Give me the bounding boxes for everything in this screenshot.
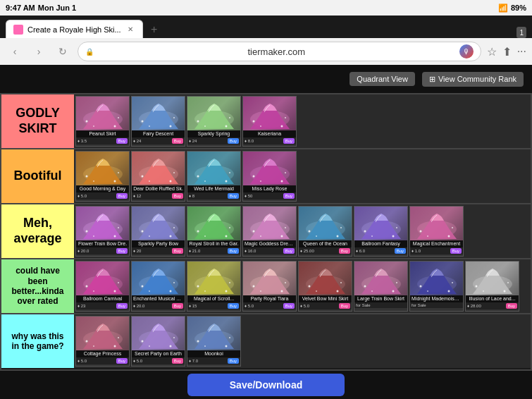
item-name-label: Large Train Bow Skirt bbox=[354, 295, 407, 302]
item-card[interactable]: Magical of Scroll...♦ 15Buy bbox=[187, 261, 241, 312]
community-rank-button[interactable]: ⊞ View Community Rank bbox=[422, 72, 524, 87]
svg-point-92 bbox=[86, 286, 88, 288]
svg-point-147 bbox=[173, 337, 175, 338]
item-card[interactable]: Miss Lady Rose♦ 50Buy bbox=[242, 151, 297, 202]
item-card[interactable]: Moonkoi♦ 7.0Buy bbox=[187, 316, 241, 367]
address-bar[interactable]: 🔒 tiermaker.com 🎙 bbox=[78, 42, 481, 61]
buy-button[interactable]: Buy bbox=[172, 248, 183, 254]
buy-button[interactable]: Buy bbox=[283, 193, 295, 199]
svg-point-106 bbox=[204, 290, 206, 292]
more-icon[interactable]: ··· bbox=[517, 45, 526, 58]
buy-button[interactable]: Buy bbox=[116, 303, 128, 309]
item-card[interactable]: Queen of the Ocean♦ 25.00Buy bbox=[298, 206, 352, 257]
item-card[interactable]: Kaiseriana♦ 8.0Buy bbox=[242, 96, 297, 147]
buy-button[interactable]: Buy bbox=[283, 303, 295, 309]
item-card[interactable]: Ballroom Carnival♦ 23Buy bbox=[75, 261, 130, 312]
svg-point-113 bbox=[281, 290, 283, 293]
buy-button[interactable]: Buy bbox=[172, 193, 183, 199]
item-card[interactable]: Wed Life Mermaid♦ 8Buy bbox=[187, 151, 241, 202]
item-footer: ♦ 5.0Buy bbox=[76, 192, 129, 200]
item-card[interactable]: Sparkly Party Bow♦ 20Buy bbox=[131, 206, 185, 257]
svg-point-148 bbox=[149, 345, 150, 347]
browser-tab[interactable]: Create a Royale High Ski... ✕ bbox=[6, 20, 143, 38]
tier-label-bootiful: Bootiful bbox=[1, 149, 74, 203]
svg-point-35 bbox=[170, 180, 172, 183]
tier-items-could: Ballroom Carnival♦ 23Buy Enchanted Music… bbox=[74, 259, 531, 313]
buy-button[interactable]: Buy bbox=[116, 138, 128, 144]
buy-button[interactable]: Buy bbox=[228, 138, 239, 144]
svg-point-117 bbox=[340, 282, 342, 283]
svg-point-69 bbox=[285, 227, 286, 228]
item-name-label: Flower Train Bow Dre. bbox=[76, 240, 129, 247]
buy-button[interactable]: Buy bbox=[172, 138, 183, 144]
item-name-label: Wed Life Mermaid bbox=[187, 185, 240, 192]
item-card[interactable]: Magical Enchantment♦ 1.0Buy bbox=[409, 206, 464, 257]
svg-point-153 bbox=[229, 337, 230, 338]
new-tab-button[interactable]: + bbox=[146, 21, 163, 38]
item-card[interactable]: Flower Train Bow Dre.♦ 20.0Buy bbox=[75, 206, 130, 257]
item-card[interactable]: Royal Stroll in the Gar.♦ 21.0Buy bbox=[187, 206, 241, 257]
item-card[interactable]: Illusion of Lace and...♦ 28.00Buy bbox=[465, 261, 519, 312]
buy-button[interactable]: Buy bbox=[228, 303, 239, 309]
buy-button[interactable]: Buy bbox=[228, 358, 239, 364]
item-card[interactable]: Velvet Bow Mini Skirt♦ 5.0Buy bbox=[298, 261, 352, 312]
mic-icon[interactable]: 🎙 bbox=[459, 44, 474, 59]
share-icon[interactable]: ⬆ bbox=[502, 45, 512, 59]
buy-button[interactable]: Buy bbox=[228, 248, 239, 254]
svg-point-71 bbox=[281, 235, 283, 238]
quadrant-view-button[interactable]: Quadrant View bbox=[349, 72, 415, 86]
buy-button[interactable]: Buy bbox=[172, 303, 183, 309]
buy-button[interactable]: Buy bbox=[339, 248, 350, 254]
item-name-label: Kaiseriana bbox=[243, 130, 296, 137]
toolbar-strip: Quadrant View ⊞ View Community Rank bbox=[0, 65, 532, 93]
svg-point-111 bbox=[285, 282, 286, 283]
item-card[interactable]: Large Train Bow Skirtfor Sale bbox=[354, 261, 408, 312]
item-card[interactable]: Secret Party on Earth♦ 5.0Buy bbox=[131, 316, 185, 367]
buy-button[interactable]: Buy bbox=[172, 358, 183, 364]
svg-point-64 bbox=[204, 235, 206, 237]
svg-point-155 bbox=[225, 345, 228, 348]
item-card[interactable]: Enchanted Musical Cas.♦ 20.0Buy bbox=[131, 261, 185, 312]
item-card[interactable]: Magic Goddess Dream♦ 16.0Buy bbox=[242, 206, 297, 257]
item-price: ♦ 24 bbox=[189, 139, 197, 143]
tier-items-why: Cottage Princess♦ 5.0Buy Secret Party on… bbox=[74, 314, 531, 368]
item-card[interactable]: Midnight Mademoisellefor Sale bbox=[409, 261, 464, 312]
item-price: ♦ 3.5 bbox=[78, 139, 87, 143]
item-card[interactable]: Peanut Skirt♦ 3.5Buy bbox=[75, 96, 130, 147]
buy-button[interactable]: Buy bbox=[228, 193, 239, 199]
buy-button[interactable]: Buy bbox=[116, 358, 128, 364]
item-card[interactable]: Party Royal Tiara♦ 5.0Buy bbox=[242, 261, 297, 312]
buy-button[interactable]: Buy bbox=[116, 193, 128, 199]
buy-button[interactable]: Buy bbox=[283, 138, 295, 144]
status-date: Mon Jun 1 bbox=[38, 4, 76, 12]
buy-button[interactable]: Buy bbox=[116, 248, 128, 254]
item-footer: for Sale bbox=[410, 302, 463, 308]
buy-button[interactable]: Buy bbox=[395, 248, 406, 254]
buy-button[interactable]: Buy bbox=[506, 303, 517, 309]
reload-button[interactable]: ↻ bbox=[54, 42, 72, 61]
forward-button[interactable]: › bbox=[30, 42, 48, 61]
back-button[interactable]: ‹ bbox=[6, 42, 24, 61]
save-download-button[interactable]: Save/Download bbox=[187, 374, 345, 396]
bookmark-icon[interactable]: ☆ bbox=[487, 45, 497, 59]
item-card[interactable]: Sparkly Spring♦ 24Buy bbox=[187, 96, 241, 147]
buy-button[interactable]: Buy bbox=[339, 303, 350, 309]
item-price: ♦ 50 bbox=[245, 194, 252, 198]
item-card[interactable]: Fairy Descent♦ 24Buy bbox=[131, 96, 185, 147]
svg-point-136 bbox=[483, 290, 484, 292]
item-footer: ♦ 21.0Buy bbox=[187, 247, 240, 254]
nav-bar: ‹ › ↻ 🔒 tiermaker.com 🎙 ☆ ⬆ ··· bbox=[0, 38, 532, 65]
svg-point-101 bbox=[170, 290, 172, 293]
item-card[interactable]: Good Morning & Day♦ 5.0Buy bbox=[75, 151, 130, 202]
buy-button[interactable]: Buy bbox=[283, 248, 295, 254]
svg-point-81 bbox=[396, 227, 397, 228]
item-name-label: Magic Goddess Dream bbox=[243, 240, 296, 247]
item-card[interactable]: Dear Dollie Ruffled Sk.♦ 12Buy bbox=[131, 151, 185, 202]
item-card[interactable]: Cottage Princess♦ 5.0Buy bbox=[75, 316, 130, 367]
svg-point-130 bbox=[427, 290, 428, 292]
item-card[interactable]: Ballroom Fantasy♦ 6.0Buy bbox=[354, 206, 408, 257]
tier-label-why: why was this in the game? bbox=[1, 314, 74, 368]
tab-close-button[interactable]: ✕ bbox=[125, 25, 135, 35]
svg-point-99 bbox=[173, 282, 175, 283]
buy-button[interactable]: Buy bbox=[450, 248, 462, 254]
